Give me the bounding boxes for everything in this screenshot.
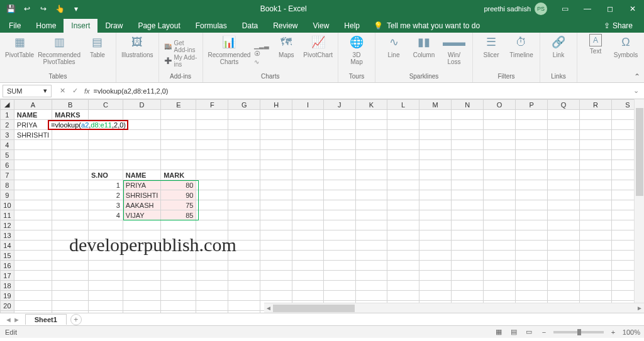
cell-H11[interactable] (260, 210, 292, 220)
vertical-scrollbar-thumb[interactable] (636, 108, 643, 196)
cell-F18[interactable] (196, 281, 228, 291)
cell-Q15[interactable] (547, 251, 579, 261)
cell-D7[interactable]: NAME (123, 170, 160, 180)
cell-D10[interactable]: AAKASH (123, 200, 160, 210)
cell-H15[interactable] (260, 251, 292, 261)
cell-B19[interactable] (52, 291, 89, 301)
collapse-ribbon-icon[interactable]: ⌃ (634, 72, 640, 81)
row-header-17[interactable]: 17 (1, 271, 14, 281)
cell-R19[interactable] (580, 291, 612, 301)
editing-cell-b2[interactable]: =vlookup(a2,d8:e11,2,0) (48, 120, 128, 130)
cell-N3[interactable] (452, 130, 484, 140)
scroll-left-icon[interactable]: ◄ (264, 303, 273, 313)
cell-F11[interactable] (196, 210, 228, 220)
cell-C16[interactable] (88, 261, 123, 271)
cell-G3[interactable] (228, 130, 260, 140)
cell-Q8[interactable] (547, 180, 579, 190)
cell-F17[interactable] (196, 271, 228, 281)
cell-C21[interactable] (88, 311, 123, 313)
cell-L13[interactable] (387, 230, 419, 241)
cell-J14[interactable] (324, 241, 355, 251)
cell-M15[interactable] (419, 251, 451, 261)
cell-G2[interactable] (228, 120, 260, 130)
cell-O12[interactable] (484, 220, 516, 230)
cell-C13[interactable] (88, 230, 123, 241)
cell-R15[interactable] (580, 251, 612, 261)
cell-I7[interactable] (292, 170, 324, 180)
cell-D15[interactable] (123, 251, 160, 261)
col-header-I[interactable]: I (292, 100, 324, 110)
tab-draw[interactable]: Draw (97, 19, 130, 33)
cell-B12[interactable] (52, 220, 89, 230)
cell-O10[interactable] (484, 200, 516, 210)
cell-G13[interactable] (228, 230, 260, 241)
cell-R9[interactable] (580, 190, 612, 200)
cell-K4[interactable] (355, 140, 387, 150)
cell-P19[interactable] (516, 291, 548, 301)
cell-M3[interactable] (419, 130, 451, 140)
col-header-A[interactable]: A (14, 100, 52, 110)
cell-O19[interactable] (484, 291, 516, 301)
cell-E20[interactable] (161, 301, 196, 311)
cell-B13[interactable] (52, 230, 89, 241)
cell-P11[interactable] (516, 210, 548, 220)
cell-M14[interactable] (419, 241, 451, 251)
cell-E21[interactable] (161, 311, 196, 313)
cell-J13[interactable] (324, 230, 355, 241)
cell-I18[interactable] (292, 281, 324, 291)
cell-A9[interactable] (14, 190, 52, 200)
cell-B1[interactable]: MARKS (52, 110, 89, 120)
cell-P7[interactable] (516, 170, 548, 180)
cell-J6[interactable] (324, 160, 355, 170)
row-header-4[interactable]: 4 (1, 140, 14, 150)
cell-B3[interactable] (52, 130, 89, 140)
cell-N4[interactable] (452, 140, 484, 150)
cell-F15[interactable] (196, 251, 228, 261)
cell-O4[interactable] (484, 140, 516, 150)
cell-E1[interactable] (161, 110, 196, 120)
cell-A18[interactable] (14, 281, 52, 291)
cell-I2[interactable] (292, 120, 324, 130)
cell-J11[interactable] (324, 210, 355, 220)
add-sheet-button[interactable]: + (70, 314, 82, 325)
row-header-12[interactable]: 12 (1, 220, 14, 230)
cell-L14[interactable] (387, 241, 419, 251)
cell-A21[interactable] (14, 311, 52, 313)
cell-H2[interactable] (260, 120, 292, 130)
cell-L17[interactable] (387, 271, 419, 281)
cell-H4[interactable] (260, 140, 292, 150)
cell-Q9[interactable] (547, 190, 579, 200)
cell-P14[interactable] (516, 241, 548, 251)
cell-G16[interactable] (228, 261, 260, 271)
close-icon[interactable]: ✕ (621, 0, 644, 18)
cell-F19[interactable] (196, 291, 228, 301)
cell-Q10[interactable] (547, 200, 579, 210)
cell-R11[interactable] (580, 210, 612, 220)
cell-I14[interactable] (292, 241, 324, 251)
cell-I1[interactable] (292, 110, 324, 120)
cell-H19[interactable] (260, 291, 292, 301)
cell-C12[interactable] (88, 220, 123, 230)
cell-F6[interactable] (196, 160, 228, 170)
cell-G20[interactable] (228, 301, 260, 311)
cell-B5[interactable] (52, 150, 89, 160)
row-header-20[interactable]: 20 (1, 301, 14, 311)
cell-R18[interactable] (580, 281, 612, 291)
cell-R5[interactable] (580, 150, 612, 160)
cell-N13[interactable] (452, 230, 484, 241)
cell-G5[interactable] (228, 150, 260, 160)
cell-A6[interactable] (14, 160, 52, 170)
horizontal-scrollbar[interactable]: ◄ ► (264, 303, 644, 313)
cell-F10[interactable] (196, 200, 228, 210)
cell-B6[interactable] (52, 160, 89, 170)
link-button[interactable]: 🔗Link (545, 34, 572, 58)
cell-H17[interactable] (260, 271, 292, 281)
row-header-3[interactable]: 3 (1, 130, 14, 140)
cell-M19[interactable] (419, 291, 451, 301)
qat-dropdown-icon[interactable]: ▾ (69, 2, 83, 16)
cell-C10[interactable]: 3 (88, 200, 123, 210)
cell-I16[interactable] (292, 261, 324, 271)
cell-G9[interactable] (228, 190, 260, 200)
cell-D21[interactable] (123, 311, 160, 313)
cell-G7[interactable] (228, 170, 260, 180)
